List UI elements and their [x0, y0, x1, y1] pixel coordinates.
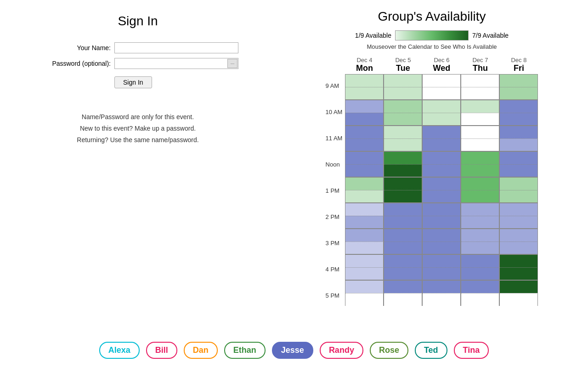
name-input[interactable] — [114, 42, 238, 53]
cell-wed-9am[interactable] — [422, 74, 461, 100]
time-4pm: 4 PM — [326, 265, 343, 291]
nametag-ethan[interactable]: Ethan — [224, 342, 266, 359]
day-fri-name: Fri — [499, 63, 538, 73]
cell-tue-3pm[interactable] — [384, 229, 422, 254]
cell-thu-9am[interactable] — [461, 74, 499, 100]
cell-mon-1pm[interactable] — [345, 177, 384, 203]
grid-row-9am — [345, 74, 538, 100]
day-fri: Dec 8 Fri — [499, 57, 538, 74]
cell-tue-11am[interactable] — [384, 126, 422, 151]
cell-tue-noon[interactable] — [384, 151, 422, 177]
time-9am: 9 AM — [326, 81, 343, 108]
grid-area: Dec 4 Mon Dec 5 Tue Dec 6 Wed Dec 7 Thu — [345, 57, 538, 317]
availability-title: Group's Availability — [378, 9, 486, 24]
day-mon-name: Mon — [345, 63, 384, 73]
day-wed: Dec 6 Wed — [422, 57, 461, 74]
cell-thu-10am[interactable] — [461, 100, 499, 126]
nametag-rose[interactable]: Rose — [370, 342, 408, 359]
password-input[interactable] — [114, 58, 238, 69]
password-row: Password (optional): ··· — [37, 58, 238, 69]
legend-right-label: 7/9 Available — [472, 32, 509, 39]
cell-fri-10am[interactable] — [499, 100, 538, 126]
time-3pm: 3 PM — [326, 239, 343, 265]
cell-wed-1pm[interactable] — [422, 177, 461, 203]
cell-tue-9am[interactable] — [384, 74, 422, 100]
cell-fri-noon[interactable] — [499, 151, 538, 177]
cell-fri-2pm[interactable] — [499, 203, 538, 229]
cell-fri-5pm[interactable] — [499, 280, 538, 306]
cell-thu-3pm[interactable] — [461, 229, 499, 254]
nametag-dan[interactable]: Dan — [184, 342, 218, 359]
availability-panel: Group's Availability 1/9 Available 7/9 A… — [276, 0, 588, 336]
day-headers: Dec 4 Mon Dec 5 Tue Dec 6 Wed Dec 7 Thu — [345, 57, 538, 74]
cell-wed-10am[interactable] — [422, 100, 461, 126]
nametag-alexa[interactable]: Alexa — [99, 342, 140, 359]
cell-tue-5pm[interactable] — [384, 280, 422, 306]
time-11am: 11 AM — [326, 134, 343, 160]
day-mon-date: Dec 4 — [345, 57, 384, 63]
day-tue-date: Dec 5 — [384, 57, 422, 63]
grid-row-11am — [345, 126, 538, 151]
cell-wed-4pm[interactable] — [422, 254, 461, 280]
nametags-bar: Alexa Bill Dan Ethan Jesse Randy Rose Te… — [0, 337, 588, 363]
cell-mon-4pm[interactable] — [345, 254, 384, 280]
grid-row-4pm — [345, 254, 538, 280]
cell-mon-9am[interactable] — [345, 74, 384, 100]
cell-wed-noon[interactable] — [422, 151, 461, 177]
time-5pm: 5 PM — [326, 291, 343, 317]
cell-fri-1pm[interactable] — [499, 177, 538, 203]
time-noon: Noon — [326, 160, 343, 186]
calendar-container: 9 AM 10 AM 11 AM Noon 1 PM 2 PM 3 PM 4 P… — [326, 57, 538, 317]
name-label: Your Name: — [37, 44, 111, 52]
cell-thu-5pm[interactable] — [461, 280, 499, 306]
day-tue-name: Tue — [384, 63, 422, 73]
day-thu-date: Dec 7 — [461, 57, 499, 63]
cell-tue-2pm[interactable] — [384, 203, 422, 229]
nametag-ted[interactable]: Ted — [415, 342, 447, 359]
name-row: Your Name: — [37, 42, 238, 53]
cell-mon-11am[interactable] — [345, 126, 384, 151]
cell-wed-5pm[interactable] — [422, 280, 461, 306]
signin-button[interactable]: Sign In — [114, 76, 152, 88]
cell-wed-2pm[interactable] — [422, 203, 461, 229]
cell-thu-1pm[interactable] — [461, 177, 499, 203]
grid-row-1pm — [345, 177, 538, 203]
time-1pm: 1 PM — [326, 186, 343, 213]
cell-thu-noon[interactable] — [461, 151, 499, 177]
cell-wed-11am[interactable] — [422, 126, 461, 151]
cell-mon-5pm[interactable] — [345, 280, 384, 306]
mouseover-hint: Mouseover the Calendar to See Who Is Ava… — [367, 43, 497, 50]
cell-tue-10am[interactable] — [384, 100, 422, 126]
cell-fri-3pm[interactable] — [499, 229, 538, 254]
signin-title: Sign In — [118, 14, 158, 29]
day-thu-name: Thu — [461, 63, 499, 73]
signin-hints: Name/Password are only for this event. N… — [77, 111, 198, 146]
nametag-tina[interactable]: Tina — [454, 342, 489, 359]
cell-mon-2pm[interactable] — [345, 203, 384, 229]
time-10am: 10 AM — [326, 108, 343, 134]
cell-thu-11am[interactable] — [461, 126, 499, 151]
cell-tue-1pm[interactable] — [384, 177, 422, 203]
cell-fri-4pm[interactable] — [499, 254, 538, 280]
password-dots-button[interactable]: ··· — [227, 59, 237, 68]
day-wed-date: Dec 6 — [422, 57, 461, 63]
cell-wed-3pm[interactable] — [422, 229, 461, 254]
nametag-randy[interactable]: Randy — [320, 342, 363, 359]
cell-mon-3pm[interactable] — [345, 229, 384, 254]
cell-thu-2pm[interactable] — [461, 203, 499, 229]
hint3: Returning? Use the same name/password. — [77, 134, 198, 146]
cell-fri-9am[interactable] — [499, 74, 538, 100]
nametag-bill[interactable]: Bill — [146, 342, 177, 359]
day-mon: Dec 4 Mon — [345, 57, 384, 74]
cell-mon-10am[interactable] — [345, 100, 384, 126]
cell-thu-4pm[interactable] — [461, 254, 499, 280]
cell-mon-noon[interactable] — [345, 151, 384, 177]
day-tue: Dec 5 Tue — [384, 57, 422, 74]
hint2: New to this event? Make up a password. — [77, 123, 198, 134]
nametag-jesse[interactable]: Jesse — [272, 342, 313, 359]
password-label: Password (optional): — [37, 60, 111, 67]
cell-fri-11am[interactable] — [499, 126, 538, 151]
password-wrapper: ··· — [114, 58, 238, 69]
day-fri-date: Dec 8 — [499, 57, 538, 63]
cell-tue-4pm[interactable] — [384, 254, 422, 280]
